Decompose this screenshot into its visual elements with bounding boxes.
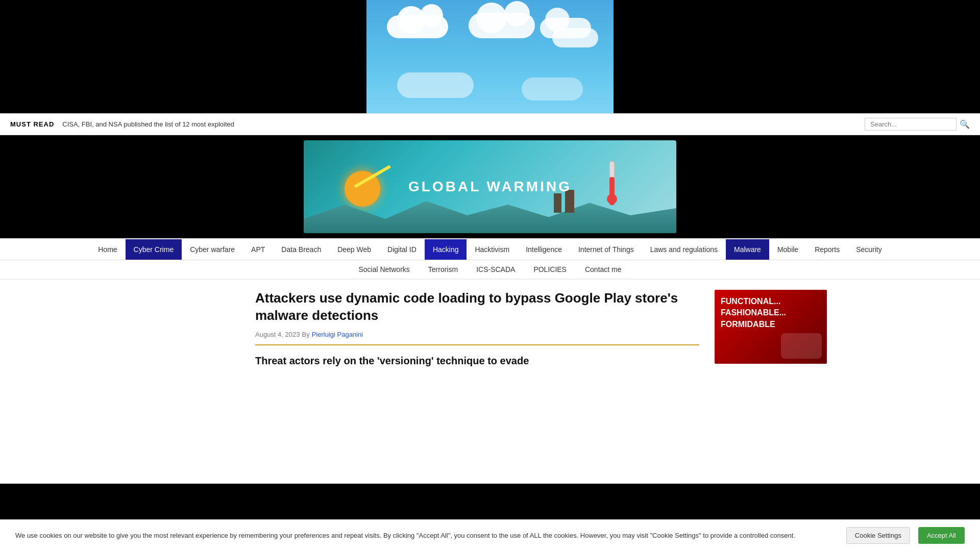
nav-socialnetworks[interactable]: Social Networks (349, 260, 419, 279)
nav-laws[interactable]: Laws and regulations (642, 239, 726, 260)
nav-icsscada[interactable]: ICS-SCADA (467, 260, 524, 279)
nav-hacktivism[interactable]: Hacktivism (467, 239, 518, 260)
nav-digitalid[interactable]: Digital ID (379, 239, 425, 260)
search-input[interactable] (865, 118, 957, 131)
article-author-link[interactable]: Pierluigi Paganini (312, 331, 363, 338)
article-area: Attackers use dynamic code loading to by… (255, 290, 699, 473)
nav-hacking[interactable]: Hacking (425, 239, 467, 260)
nav-databreach[interactable]: Data Breach (273, 239, 329, 260)
nav-mobile[interactable]: Mobile (769, 239, 806, 260)
sidebar-ad: FUNCTIONAL... FASHIONABLE... FORMIDABLE (715, 290, 827, 473)
cookie-bar: We use cookies on our website to give yo… (0, 519, 980, 551)
nav-reports[interactable]: Reports (806, 239, 848, 260)
ad-text: FUNCTIONAL... FASHIONABLE... FORMIDABLE (721, 296, 786, 330)
banner-title: GLOBAL WARMING (408, 179, 572, 195)
nav-cybercrime[interactable]: Cyber Crime (126, 239, 182, 260)
secondary-nav: Social Networks Terrorism ICS-SCADA POLI… (0, 260, 980, 280)
article-subtitle: Threat actors rely on the 'versioning' t… (255, 354, 699, 368)
nav-terrorism[interactable]: Terrorism (419, 260, 467, 279)
ad-line3: FORMIDABLE (721, 319, 786, 330)
ad-image[interactable]: FUNCTIONAL... FASHIONABLE... FORMIDABLE (715, 290, 827, 364)
mustread-text: CISA, FBI, and NSA published the list of… (62, 120, 856, 128)
nav-contactme[interactable]: Contact me (576, 260, 631, 279)
mustread-label: MUST READ (10, 120, 54, 128)
nav-security[interactable]: Security (848, 239, 890, 260)
main-content: Attackers use dynamic code loading to by… (0, 280, 980, 484)
cookie-text: We use cookies on our website to give yo… (15, 532, 838, 539)
primary-nav: Home Cyber Crime Cyber warfare APT Data … (0, 238, 980, 260)
banner-area: GLOBAL WARMING (0, 135, 980, 238)
search-area: 🔍 (865, 118, 970, 131)
mustread-bar: MUST READ CISA, FBI, and NSA published t… (0, 113, 980, 135)
article-title: Attackers use dynamic code loading to by… (255, 290, 699, 324)
article-meta: August 4, 2023 By Pierluigi Paganini (255, 331, 699, 338)
nav-cyberwarfare[interactable]: Cyber warfare (182, 239, 243, 260)
nav-malware[interactable]: Malware (726, 239, 769, 260)
nav-iot[interactable]: Internet of Things (570, 239, 642, 260)
ad-line2: FASHIONABLE... (721, 307, 786, 318)
nav-deepweb[interactable]: Deep Web (329, 239, 379, 260)
search-button[interactable]: 🔍 (960, 119, 970, 129)
ad-line1: FUNCTIONAL... (721, 296, 786, 307)
article-divider (255, 344, 699, 345)
cookie-settings-button[interactable]: Cookie Settings (846, 527, 910, 544)
nav-apt[interactable]: APT (243, 239, 273, 260)
article-author-prefix: By (302, 331, 309, 338)
banner-image: GLOBAL WARMING (304, 140, 676, 233)
article-date: August 4, 2023 (255, 331, 300, 338)
cookie-accept-button[interactable]: Accept All (918, 527, 965, 544)
nav-home[interactable]: Home (90, 239, 125, 260)
nav-intelligence[interactable]: Intelligence (518, 239, 570, 260)
nav-policies[interactable]: POLICIES (524, 260, 576, 279)
hero-image (366, 0, 614, 113)
